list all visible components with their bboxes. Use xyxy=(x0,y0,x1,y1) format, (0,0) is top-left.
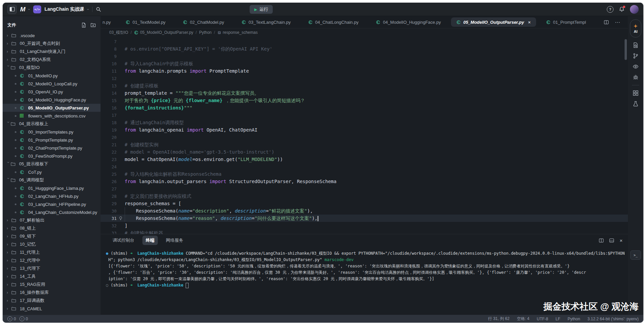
test-flask-icon[interactable] xyxy=(633,101,639,107)
status-item[interactable]: 3.12.2 64-bit ('shims': pyenv) xyxy=(587,317,639,321)
split-panel-icon[interactable] xyxy=(599,238,604,243)
more-actions-icon[interactable]: ⋯ xyxy=(615,19,621,25)
panel-tab-调试控制台[interactable]: 调试控制台 xyxy=(109,236,138,245)
code-line[interactable]: 28# 定义我们想要接收的响应模式 xyxy=(101,192,628,200)
chevron-down-icon[interactable]: › xyxy=(86,9,90,10)
tree-folder-item[interactable]: ›15_RAG应用 xyxy=(3,280,101,289)
file-search-icon[interactable] xyxy=(633,42,639,48)
tree-file-item[interactable]: 03_FewShotPrompt.py xyxy=(3,152,101,160)
tree-folder-item[interactable]: ›08_链上 xyxy=(3,224,101,232)
tree-folder-item[interactable]: ›14_工具 xyxy=(3,272,101,280)
avatar[interactable] xyxy=(630,5,639,14)
tree-folder-item[interactable]: ›09_链下 xyxy=(3,232,101,240)
tree-file-item[interactable]: 03_OpenAI_IO.py xyxy=(3,88,101,96)
editor-tab[interactable]: 05_ModelIO_OutputParser.py× xyxy=(451,17,536,27)
panel-tab-终端[interactable]: 终端 xyxy=(142,236,158,245)
code-line[interactable]: 20 xyxy=(101,134,628,141)
status-item[interactable]: UTF-8 xyxy=(537,317,548,321)
panel-tab-网络服务[interactable]: 网络服务 xyxy=(163,236,187,245)
code-line[interactable]: 8# os.environ["OPENAI_API_KEY"] = '你的Ope… xyxy=(101,45,628,53)
breadcrumb-item[interactable]: 03_模型IO xyxy=(109,30,128,35)
code-line[interactable]: 19from langchain_openai import OpenAI, C… xyxy=(101,126,628,134)
close-tab-icon[interactable]: × xyxy=(528,20,531,25)
status-item[interactable]: Python xyxy=(568,317,580,321)
code-line[interactable]: 9 xyxy=(101,53,628,60)
tree-folder-item[interactable]: ›11_代理上 xyxy=(3,248,101,256)
ai-assistant-button[interactable]: AI xyxy=(630,19,641,37)
code-line[interactable]: 23model = ChatOpenAI(model=os.environ.ge… xyxy=(101,156,628,163)
code-line[interactable]: 31 ResponseSchema(name="reason", descrip… xyxy=(101,215,628,222)
code-line[interactable]: 25# 导入结构化输出解析器和ResponseSchema xyxy=(101,170,628,178)
code-line[interactable]: 32] xyxy=(101,222,628,229)
new-file-icon[interactable] xyxy=(81,22,86,28)
tree-file-item[interactable]: CoT.py xyxy=(3,168,101,176)
tree-file-item[interactable]: 04_ModelIO_HuggingFace.py xyxy=(3,96,101,104)
help-icon[interactable]: ? xyxy=(607,6,614,13)
tree-folder-item[interactable]: ›13_代理下 xyxy=(3,264,101,272)
code-line[interactable]: 10# 导入LangChain中的提示模板 xyxy=(101,60,628,67)
status-item[interactable]: 行 31, 列 62 xyxy=(488,316,510,322)
code-line[interactable]: 7 xyxy=(101,38,628,45)
tree-folder-item[interactable]: ›06_调用模型 xyxy=(3,176,101,184)
code-line[interactable]: 14prompt_template = """您是一位专业的鲜花店文案撰写员。 xyxy=(101,89,628,97)
tree-file-item[interactable]: flowers_with_descriptions.csv xyxy=(3,112,101,120)
tree-file-item[interactable]: 01_HugggingFace_Llama.py xyxy=(3,184,101,192)
source-control-icon[interactable] xyxy=(633,53,639,59)
errors-status[interactable]: × 0 xyxy=(7,316,16,321)
code-line[interactable]: 29response_schemas = [ xyxy=(101,200,628,207)
code-line[interactable]: 15对于售价为 {price} 元的 {flower_name} ，您能提供一个… xyxy=(101,97,628,104)
editor-tab[interactable]: 04_ChatLongChain.py xyxy=(300,16,367,28)
code-line[interactable]: 24 xyxy=(101,163,628,170)
code-line[interactable]: 26from langchain.output_parsers import S… xyxy=(101,178,628,185)
code-line[interactable]: 17 xyxy=(101,111,628,119)
tree-folder-item[interactable]: ›01_LangChain快速入门 xyxy=(3,48,101,56)
breadcrumb-item[interactable]: response_schemas xyxy=(217,30,258,35)
tree-file-item[interactable]: 02_LangChain_HFHub.py xyxy=(3,192,101,200)
tree-folder-item[interactable]: ›18_CAMEL xyxy=(3,305,101,313)
code-line[interactable]: 16{format_instructions}""" xyxy=(101,104,628,111)
code-line[interactable]: 18# 通过LangChain调用模型 xyxy=(101,119,628,126)
editor-tab[interactable]: 03_TextLangChain.py xyxy=(233,16,300,28)
terminal-icon[interactable]: >_ xyxy=(630,250,641,260)
code-line[interactable]: 11from langchain.prompts import PromptTe… xyxy=(101,67,628,75)
run-button[interactable]: ▶ 运行 xyxy=(250,5,273,14)
maximize-panel-icon[interactable] xyxy=(609,238,614,243)
editor-tab[interactable]: 01_PromptTempl xyxy=(537,16,595,28)
code-line[interactable]: 13# 创建提示模板 xyxy=(101,82,628,89)
editor-tab[interactable]: 02_ChatModel.py xyxy=(174,16,233,28)
tree-file-item[interactable]: 01_ModelIO.py xyxy=(3,72,101,80)
tree-file-item[interactable]: 02_ModelIO_LoopCall.py xyxy=(3,80,101,88)
close-panel-icon[interactable]: × xyxy=(620,238,623,243)
preview-eye-icon[interactable] xyxy=(633,64,639,70)
notifications-bell-icon[interactable] xyxy=(619,6,625,12)
code-editor[interactable]: 78# os.environ["OPENAI_API_KEY"] = '你的Op… xyxy=(101,36,628,234)
tree-file-item[interactable]: 04_LangChain_CustomizeModel.py xyxy=(3,208,101,216)
code-line[interactable]: 33# 创建输出解析器 xyxy=(101,229,628,234)
marscode-logo-icon[interactable]: M xyxy=(20,6,25,13)
tree-folder-item[interactable]: ›04_提示模板上 xyxy=(3,120,101,128)
editor-scrollbar[interactable] xyxy=(625,39,627,60)
debug-bug-icon[interactable] xyxy=(633,74,639,80)
breadcrumb-item[interactable]: 05_ModelIO_OutputParser.py xyxy=(134,30,193,35)
code-line[interactable]: 22# model = OpenAI(model_name='gpt-3.5-t… xyxy=(101,148,628,156)
tree-file-item[interactable]: 00_ImportTemplates.py xyxy=(3,128,101,136)
tree-file-item[interactable]: 03_LangChain_HFPipeline.py xyxy=(3,200,101,208)
sidebar-toggle-button[interactable] xyxy=(7,5,17,14)
tree-folder-item[interactable]: ›05_提示模板下 xyxy=(3,160,101,168)
tree-folder-item[interactable]: ›12_代理中 xyxy=(3,256,101,264)
status-item[interactable]: 空格: 4 xyxy=(517,316,529,322)
status-item[interactable]: LF xyxy=(556,317,560,321)
code-line[interactable]: 21# 创建模型实例 xyxy=(101,141,628,148)
editor-tab[interactable]: 04_ModelIO_HuggingFace.py xyxy=(367,16,450,28)
tree-folder-item[interactable]: ›07_解析输出 xyxy=(3,216,101,224)
tree-folder-item[interactable]: ›10_记忆 xyxy=(3,240,101,248)
warnings-status[interactable]: ! 0 xyxy=(19,316,28,321)
tree-folder-item[interactable]: ›17_回调函数 xyxy=(3,297,101,305)
breadcrumb-item[interactable]: Python xyxy=(199,30,211,35)
editor-tab[interactable]: n.py xyxy=(101,16,117,28)
split-editor-icon[interactable] xyxy=(604,20,609,25)
code-line[interactable]: 12 xyxy=(101,75,628,82)
search-icon[interactable] xyxy=(96,7,101,12)
code-line[interactable]: 27 xyxy=(101,185,628,192)
editor-tab[interactable]: 01_TextModel.py xyxy=(117,16,174,28)
